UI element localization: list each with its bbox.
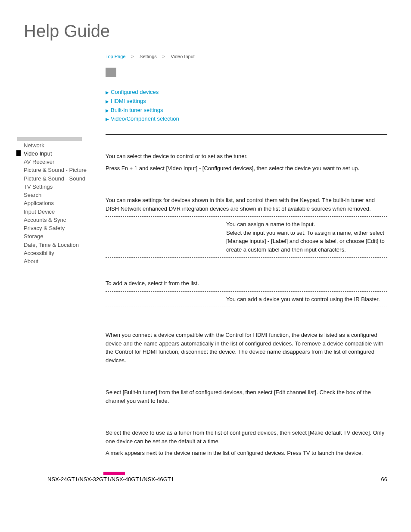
magenta-marker bbox=[103, 472, 125, 475]
content-para: To add a device, select it from the list… bbox=[106, 279, 387, 288]
anchor-video-component[interactable]: ▶Video/Component selection bbox=[106, 115, 387, 124]
sidebar-item-about[interactable]: About bbox=[24, 258, 106, 266]
content-para: You can select the device to control or … bbox=[106, 152, 387, 161]
placeholder-box bbox=[106, 68, 116, 77]
sidebar-item-sound[interactable]: Picture & Sound - Sound bbox=[24, 174, 106, 183]
arrow-icon: ▶ bbox=[106, 99, 109, 104]
anchor-hdmi-settings[interactable]: ▶HDMI settings bbox=[106, 97, 387, 106]
sidebar-item-video-input[interactable]: Video Input bbox=[24, 149, 106, 158]
sidebar-item-storage[interactable]: Storage bbox=[24, 233, 106, 241]
anchor-configured-devices[interactable]: ▶Configured devices bbox=[106, 88, 387, 97]
content-para: A mark appears next to the device name i… bbox=[106, 449, 387, 457]
content-para: Select [Built-in tuner] from the list of… bbox=[106, 388, 387, 405]
content-para: Press Fn + 1 and select [Video Input] - … bbox=[106, 164, 387, 173]
content-para: Select the device to use as a tuner from… bbox=[106, 429, 387, 445]
footer: NSX-24GT1/NSX-32GT1/NSX-40GT1/NSX-46GT1 … bbox=[47, 476, 387, 482]
content-para: You can make settings for devices shown … bbox=[106, 196, 387, 213]
sidebar-item-accessibility[interactable]: Accessibility bbox=[24, 249, 106, 257]
dashed-divider bbox=[106, 257, 387, 258]
arrow-icon: ▶ bbox=[106, 117, 109, 121]
anchor-built-in-tuner[interactable]: ▶Built-in tuner settings bbox=[106, 106, 387, 115]
main-content: You can select the device to control or … bbox=[106, 137, 387, 461]
sidebar-item-input-device[interactable]: Input Device bbox=[24, 208, 106, 216]
sidebar-item-tv-settings[interactable]: TV Settings bbox=[24, 183, 106, 191]
sidebar-item-picture[interactable]: Picture & Sound - Picture bbox=[24, 166, 106, 174]
sidebar-item-accounts-sync[interactable]: Accounts & Sync bbox=[24, 216, 106, 224]
page-title: Help Guide bbox=[24, 22, 387, 41]
breadcrumb-current: Video Input bbox=[171, 54, 194, 59]
content-para: You can add a device you want to control… bbox=[226, 295, 387, 304]
sidebar-item-privacy-safety[interactable]: Privacy & Safety bbox=[24, 224, 106, 233]
footer-models: NSX-24GT1/NSX-32GT1/NSX-40GT1/NSX-46GT1 bbox=[47, 476, 174, 482]
arrow-icon: ▶ bbox=[106, 90, 109, 95]
breadcrumb-top[interactable]: Top Page bbox=[106, 54, 125, 59]
sidebar-item-date-time[interactable]: Date, Time & Location bbox=[24, 241, 106, 249]
sidebar: Network Video Input AV Receiver Picture … bbox=[24, 137, 106, 461]
divider bbox=[106, 134, 387, 135]
sidebar-item-network[interactable]: Network bbox=[24, 141, 106, 149]
breadcrumb-sep: > bbox=[131, 54, 134, 59]
breadcrumb: Top Page > Settings > Video Input bbox=[106, 54, 387, 59]
dashed-divider bbox=[106, 307, 387, 307]
sidebar-item-av-receiver[interactable]: AV Receiver bbox=[24, 158, 106, 166]
content-para: You can assign a name to the input. Sele… bbox=[226, 220, 387, 254]
sidebar-item-applications[interactable]: Applications bbox=[24, 199, 106, 208]
sidebar-item-search[interactable]: Search bbox=[24, 191, 106, 199]
breadcrumb-mid: Settings bbox=[140, 54, 157, 59]
footer-page-number: 66 bbox=[381, 476, 387, 482]
anchor-list: ▶Configured devices ▶HDMI settings ▶Buil… bbox=[106, 88, 387, 124]
sidebar-header-bar bbox=[17, 137, 82, 141]
arrow-icon: ▶ bbox=[106, 108, 109, 113]
dashed-divider bbox=[106, 291, 387, 292]
content-para: When you connect a device compatible wit… bbox=[106, 331, 387, 364]
dashed-divider bbox=[106, 216, 387, 217]
breadcrumb-sep: > bbox=[162, 54, 165, 59]
